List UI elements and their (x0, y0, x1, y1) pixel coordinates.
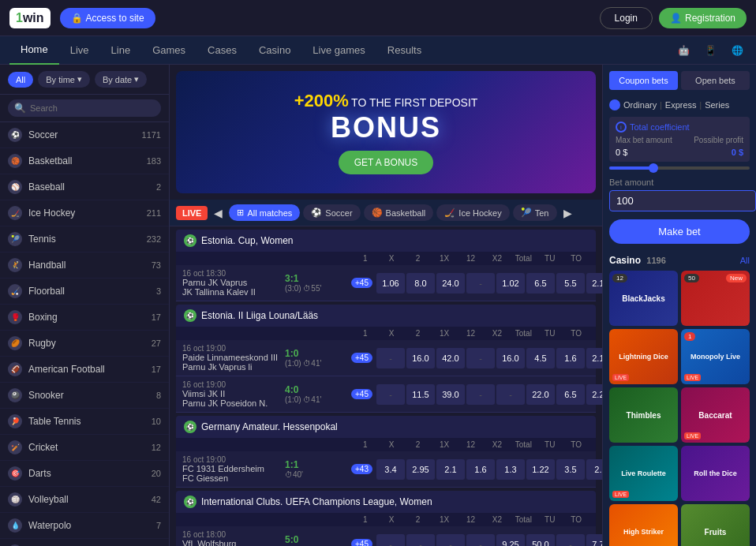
odds-button[interactable]: 3.4 (376, 459, 405, 480)
sport-count: 42 (152, 495, 161, 504)
plus-badge[interactable]: +45 (351, 278, 372, 288)
coefficient-slider[interactable] (609, 166, 750, 170)
filter-basketball[interactable]: 🏀 Basketball (364, 204, 434, 221)
sidebar-item-handball[interactable]: 🤾 Handball 73 (0, 252, 169, 279)
odds-button[interactable]: 9.25 (496, 534, 525, 547)
odds-button[interactable]: 1.6 (466, 459, 495, 480)
sidebar-item-futsal[interactable]: ⚽ Futsal 2 (0, 539, 169, 546)
ordinary-label[interactable]: Ordinary (623, 100, 657, 110)
nav-live[interactable]: Live (59, 36, 100, 65)
filter-ice-hockey[interactable]: 🏒 Ice Hockey (436, 204, 509, 221)
odds-button[interactable]: 1.6 (556, 348, 585, 368)
odds-button[interactable]: 5.5 (556, 273, 585, 294)
prev-filter-arrow[interactable]: ◀ (211, 205, 226, 221)
sidebar-item-soccer[interactable]: ⚽ Soccer 1171 (0, 122, 169, 148)
game-lightning-dice[interactable]: LIVE Lightning Dice (609, 329, 678, 384)
filter-all-matches[interactable]: ⊞ All matches (229, 204, 300, 221)
plus-badge[interactable]: +45 (351, 539, 372, 546)
odds-button[interactable]: 2.2 (586, 459, 602, 480)
next-filter-arrow[interactable]: ▶ (560, 205, 575, 221)
sidebar-item-american-football[interactable]: 🏈 American Football 17 (0, 357, 169, 383)
express-label[interactable]: Express (665, 100, 697, 110)
sport-count: 17 (152, 365, 161, 374)
col-label: 2 (405, 254, 431, 263)
game-baccarat[interactable]: LIVE Baccarat (681, 387, 750, 443)
series-label[interactable]: Series (705, 100, 729, 110)
nav-live-games[interactable]: Live games (301, 36, 376, 65)
odds-button[interactable]: 6.5 (556, 384, 585, 405)
game-live-roulette[interactable]: LIVE Live Roulette (609, 446, 678, 501)
ordinary-radio[interactable] (609, 99, 620, 110)
sidebar-item-basketball[interactable]: 🏀 Basketball 183 (0, 148, 169, 174)
game-monopoly-live[interactable]: LIVE 1 Monopoly Live (681, 329, 750, 384)
odds-button[interactable]: 2.25 (586, 384, 602, 405)
filter-by-time[interactable]: By time ▾ (38, 71, 90, 88)
plus-badge[interactable]: +43 (351, 464, 372, 474)
game-blackjacks[interactable]: 12 BlackJacks (609, 271, 678, 326)
sidebar-item-ice-hockey[interactable]: 🏒 Ice Hockey 211 (0, 200, 169, 226)
nav-cases[interactable]: Cases (196, 36, 248, 65)
sidebar-item-rugby[interactable]: 🏉 Rugby 27 (0, 331, 169, 357)
bet-amount-input[interactable] (609, 190, 756, 211)
make-bet-button[interactable]: Make bet (609, 219, 750, 244)
game-roll-the-dice[interactable]: Roll the Dice (681, 446, 750, 501)
game-high-striker[interactable]: High Striker (609, 504, 678, 546)
sidebar-item-volleyball[interactable]: 🏐 Volleyball 42 (0, 487, 169, 513)
sidebar-item-cricket[interactable]: 🏏 Cricket 12 (0, 435, 169, 461)
odds-button[interactable]: 2.15 (586, 273, 602, 294)
nav-games[interactable]: Games (141, 36, 196, 65)
odds-button[interactable]: 11.5 (406, 384, 435, 405)
filter-all[interactable]: All (8, 72, 33, 88)
access-to-site-button[interactable]: 🔒 Access to site (60, 8, 155, 28)
odds-button[interactable]: 7.75 (586, 534, 602, 547)
game-new[interactable]: New 50 (681, 271, 750, 326)
plus-badge[interactable]: +45 (351, 389, 372, 399)
language-icon[interactable]: 🌐 (728, 41, 747, 60)
filter-soccer[interactable]: ⚽ Soccer (303, 204, 360, 221)
odds-button[interactable]: 42.0 (436, 348, 465, 368)
odds-button[interactable]: 1.06 (376, 273, 405, 294)
odds-button[interactable]: 2.95 (406, 459, 435, 480)
login-button[interactable]: Login (600, 7, 653, 29)
mobile-icon[interactable]: 📱 (701, 41, 720, 60)
odds-button[interactable]: 2.1 (436, 459, 465, 480)
odds-button[interactable]: 16.0 (496, 348, 525, 368)
odds-button[interactable]: 2.15 (586, 348, 602, 368)
nav-line[interactable]: Line (100, 36, 142, 65)
odds-button[interactable]: 1.22 (526, 459, 555, 480)
open-bets-tab[interactable]: Open bets (681, 71, 750, 90)
odds-button[interactable]: 3.5 (556, 459, 585, 480)
search-input[interactable] (8, 99, 161, 117)
odds-button[interactable]: 16.0 (406, 348, 435, 368)
sidebar-item-boxing[interactable]: 🥊 Boxing 17 (0, 305, 169, 331)
odds-button[interactable]: 50.0 (526, 534, 555, 547)
sidebar-item-baseball[interactable]: ⚾ Baseball 2 (0, 174, 169, 200)
odds-button[interactable]: 8.0 (406, 273, 435, 294)
android-icon[interactable]: 🤖 (674, 41, 693, 60)
sidebar-item-table-tennis[interactable]: 🏓 Table Tennis 10 (0, 409, 169, 435)
sidebar-item-waterpolo[interactable]: 💧 Waterpolo 7 (0, 513, 169, 539)
plus-badge[interactable]: +45 (351, 353, 372, 363)
filter-tennis[interactable]: 🎾 Ten (513, 204, 557, 221)
sidebar-item-tennis[interactable]: 🎾 Tennis 232 (0, 226, 169, 252)
odds-button[interactable]: 1.02 (496, 273, 525, 294)
filter-by-date[interactable]: By date ▾ (95, 71, 147, 88)
odds-button[interactable]: 24.0 (436, 273, 465, 294)
odds-button[interactable]: 39.0 (436, 384, 465, 405)
odds-button[interactable]: 1.3 (496, 459, 525, 480)
nav-casino[interactable]: Casino (248, 36, 301, 65)
nav-results[interactable]: Results (376, 36, 432, 65)
coupon-bets-tab[interactable]: Coupon bets (609, 71, 678, 90)
registration-button[interactable]: 👤 Registration (659, 8, 747, 28)
odds-button[interactable]: 4.5 (526, 348, 555, 368)
game-fruits[interactable]: Fruits (681, 504, 750, 546)
game-thimbles[interactable]: Thimbles (609, 387, 678, 443)
sidebar-item-darts[interactable]: 🎯 Darts 20 (0, 461, 169, 487)
sidebar-item-floorball[interactable]: 🏑 Floorball 3 (0, 279, 169, 305)
get-bonus-button[interactable]: GET A BONUS (339, 151, 433, 174)
sidebar-item-snooker[interactable]: 🎱 Snooker 8 (0, 383, 169, 409)
odds-button[interactable]: 22.0 (526, 384, 555, 405)
odds-button[interactable]: 6.5 (526, 273, 555, 294)
casino-all-link[interactable]: All (740, 256, 750, 265)
nav-home[interactable]: Home (9, 36, 59, 65)
